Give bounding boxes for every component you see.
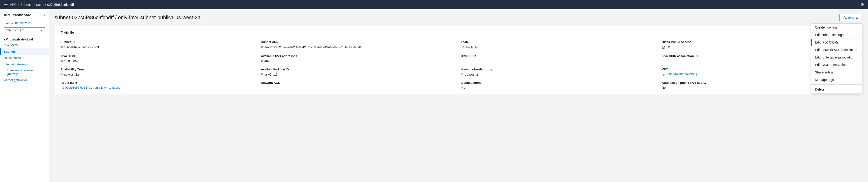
- copy-icon-arn[interactable]: ⧉: [261, 45, 263, 49]
- sidebar-collapse-icon[interactable]: ‹: [44, 13, 45, 17]
- content-area: subnet-027c5fe86c9fcbdff / only-ipv4-sub…: [49, 9, 868, 182]
- sidebar-item-your-vpcs[interactable]: Your VPCs: [0, 42, 49, 48]
- external-link-icon: ↗: [28, 21, 30, 24]
- breadcrumb-vpc[interactable]: VPC: [10, 3, 17, 6]
- detail-availability-zone: Availability Zone ⧉ us-west-2a: [61, 68, 255, 76]
- copy-icon[interactable]: ⧉: [61, 45, 63, 49]
- actions-button[interactable]: Actions ▲: [839, 14, 862, 21]
- detail-default-subnet: Default subnet No: [461, 81, 656, 89]
- page-header: subnet-027c5fe86c9fcbdff / only-ipv4-sub…: [55, 14, 862, 21]
- dropdown-item-share-subnet[interactable]: Share subnet: [811, 69, 862, 76]
- copy-icon-az[interactable]: ⧉: [61, 73, 63, 76]
- dropdown-item-edit-cidr-reservations[interactable]: Edit CIDR reservations: [811, 61, 862, 69]
- breadcrumb: VPC › Subnets › subnet-027c5fe86c9fcbdff: [10, 3, 74, 6]
- sidebar-item-internet-gateways[interactable]: Internet gateways: [0, 61, 49, 68]
- detail-route-table: Route table rtb-00df91e577fe5479b | only…: [61, 81, 255, 89]
- detail-availability-zone-id: Availability Zone ID ⧉ usw2-az2: [261, 68, 456, 76]
- sidebar-section-title: ▾ Virtual private cloud: [0, 36, 49, 42]
- dropdown-item-create-flow-log[interactable]: Create flow log: [811, 24, 862, 31]
- menu-icon[interactable]: ☰: [4, 2, 8, 7]
- sidebar-item-route-tables[interactable]: Route tables: [0, 55, 49, 61]
- detail-ipv6-cidr: IPv6 CIDR –: [461, 54, 656, 63]
- top-bar-right: ⚙: [861, 2, 864, 7]
- detail-subnet-arn: Subnet ARN ⧉ arn:aws:ec2:us-west-2:46904…: [261, 40, 456, 50]
- sidebar-item-subnets[interactable]: Subnets: [0, 48, 49, 55]
- dropdown-item-edit-subnet-settings[interactable]: Edit subnet settings: [811, 31, 862, 38]
- detail-ipv4-cidr: IPv4 CIDR ⧉ 10.0.0.0/20: [61, 54, 255, 63]
- status-icon: ✓: [461, 45, 464, 50]
- copy-icon-nbg[interactable]: ⧉: [461, 73, 463, 76]
- sidebar-title: VPC dashboard ‹: [0, 13, 49, 20]
- copy-icon-cidr[interactable]: ⧉: [61, 59, 63, 63]
- dropdown-item-edit-route-table-association[interactable]: Edit route table association: [811, 54, 862, 61]
- actions-dropdown-menu: Create flow log Edit subnet settings Edi…: [811, 23, 862, 93]
- sidebar-item-egress-only-internet-gateways[interactable]: Egress-only internet gateways: [0, 68, 49, 77]
- detail-network-acl: Network ACL: [261, 81, 456, 89]
- detail-state: State ✓ Available: [461, 40, 656, 50]
- copy-icon-ipv4-count[interactable]: ⧉: [261, 59, 263, 63]
- sidebar: VPC dashboard ‹ EC2 Global View ↗ Filter…: [0, 9, 49, 182]
- sidebar-filter[interactable]: Filter by VPC: [0, 27, 49, 36]
- dropdown-item-edit-network-acl-association[interactable]: Edit network ACL association: [811, 46, 862, 54]
- block-icon: [662, 46, 665, 49]
- breadcrumb-current: subnet-027c5fe86c9fcbdff: [36, 3, 74, 6]
- page-title: subnet-027c5fe86c9fcbdff / only-ipv4-sub…: [55, 15, 200, 21]
- detail-subnet-id: Subnet ID ⧉ subnet-027c5fe86c9fcbdff: [61, 40, 255, 50]
- sidebar-item-carrier-gateways[interactable]: Carrier gateways: [0, 77, 49, 83]
- filter-by-vpc-select[interactable]: Filter by VPC: [4, 27, 45, 33]
- copy-icon-az-id[interactable]: ⧉: [261, 73, 263, 76]
- main-layout: VPC dashboard ‹ EC2 Global View ↗ Filter…: [0, 9, 868, 182]
- top-bar: ☰ VPC › Subnets › subnet-027c5fe86c9fcbd…: [0, 0, 868, 9]
- dropdown-item-manage-tags[interactable]: Manage tags: [811, 76, 862, 83]
- dropdown-divider: [811, 84, 862, 85]
- settings-icon[interactable]: ⚙: [861, 2, 864, 7]
- details-card: Details Subnet ID ⧉ subnet-027c5fe86c9fc…: [55, 26, 862, 94]
- breadcrumb-subnets[interactable]: Subnets: [20, 3, 32, 6]
- sidebar-ec2-global-view[interactable]: EC2 Global View ↗: [0, 20, 49, 27]
- dropdown-item-edit-ipv6-cidrs[interactable]: Edit IPv6 CIDRs: [811, 38, 862, 46]
- dropdown-item-delete[interactable]: Delete: [811, 86, 862, 93]
- detail-network-border-group: Network border group ⧉ us-west-2: [461, 68, 656, 76]
- detail-available-ipv4: Available IPv4 addresses ⧉ 4090: [261, 54, 456, 63]
- details-section-title: Details: [61, 31, 857, 35]
- details-grid: Subnet ID ⧉ subnet-027c5fe86c9fcbdff Sub…: [61, 40, 857, 89]
